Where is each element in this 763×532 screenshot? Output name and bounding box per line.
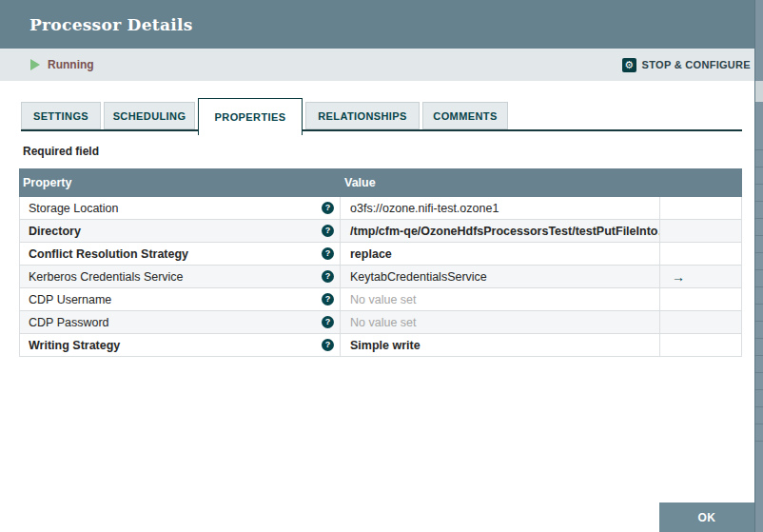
goto-cell <box>660 197 741 219</box>
tab-bar: SETTINGSSCHEDULINGPROPERTIESRELATIONSHIP… <box>21 99 742 131</box>
help-icon[interactable]: ? <box>322 202 334 214</box>
value-cell: No value set <box>341 311 660 333</box>
stop-and-configure-label: STOP & CONFIGURE <box>642 59 751 70</box>
stop-and-configure-button[interactable]: ⚙ STOP & CONFIGURE <box>622 49 751 81</box>
table-row: Conflict Resolution Strategy ? replace <box>20 243 741 266</box>
goto-cell <box>660 288 741 310</box>
goto-cell <box>660 220 741 242</box>
value-cell: No value set <box>341 288 660 310</box>
property-name: CDP Password <box>29 316 322 329</box>
ok-button[interactable]: OK <box>659 502 754 532</box>
properties-table: Property Value Storage Location ? o3fs:/… <box>19 168 742 357</box>
property-cell: CDP Username ? <box>20 288 341 310</box>
property-cell: Storage Location ? <box>20 197 341 219</box>
goto-service-arrow-icon[interactable]: → <box>672 269 685 285</box>
value-cell: o3fs://ozone.nifi-test.ozone1 <box>341 197 660 219</box>
help-icon[interactable]: ? <box>322 247 334 260</box>
value-cell: KeytabCredentialsService <box>341 266 660 287</box>
property-cell: CDP Password ? <box>20 311 341 333</box>
help-icon[interactable]: ? <box>322 293 334 305</box>
property-name: CDP Username <box>29 293 322 306</box>
value-cell: replace <box>341 243 660 265</box>
tab-scheduling[interactable]: SCHEDULING <box>104 102 195 129</box>
background-page-strip <box>754 0 763 532</box>
play-icon <box>30 59 40 70</box>
tab-label: COMMENTS <box>433 110 497 122</box>
property-cell: Writing Strategy ? <box>20 334 341 356</box>
tab-settings[interactable]: SETTINGS <box>21 102 101 129</box>
property-name: Conflict Resolution Strategy <box>29 247 322 261</box>
tab-label: PROPERTIES <box>215 111 286 123</box>
column-header-value: Value <box>341 176 742 189</box>
required-field-label: Required field <box>23 145 99 158</box>
table-row: Kerberos Credentials Service ? KeytabCre… <box>20 266 741 288</box>
goto-cell: → <box>660 266 741 287</box>
table-body: Storage Location ? o3fs://ozone.nifi-tes… <box>19 197 742 357</box>
property-name: Kerberos Credentials Service <box>29 270 322 284</box>
tab-label: SCHEDULING <box>113 110 186 122</box>
value-cell: /tmp/cfm-qe/OzoneHdfsProcessorsTest/test… <box>341 220 660 242</box>
tab-properties[interactable]: PROPERTIES <box>198 98 303 135</box>
dialog-header: Processor Details <box>0 0 754 49</box>
tab-comments[interactable]: COMMENTS <box>422 102 508 129</box>
tab-relationships[interactable]: RELATIONSHIPS <box>305 102 420 129</box>
status-label: Running <box>48 58 94 71</box>
property-cell: Conflict Resolution Strategy ? <box>20 243 341 265</box>
help-icon[interactable]: ? <box>322 225 334 237</box>
screen: Processor Details Running ⚙ STOP & CONFI… <box>0 0 763 532</box>
table-row: Writing Strategy ? Simple write <box>20 334 741 357</box>
table-row: CDP Username ? No value set <box>20 288 741 311</box>
dialog-title: Processor Details <box>29 15 193 34</box>
property-cell: Directory ? <box>20 220 341 242</box>
column-header-property: Property <box>19 176 341 189</box>
value-cell: Simple write <box>341 334 660 356</box>
status-bar: Running ⚙ STOP & CONFIGURE <box>0 49 754 81</box>
property-name: Writing Strategy <box>29 339 322 352</box>
help-icon[interactable]: ? <box>322 339 334 351</box>
help-icon[interactable]: ? <box>322 270 334 283</box>
goto-cell <box>660 334 741 356</box>
property-cell: Kerberos Credentials Service ? <box>20 266 341 287</box>
help-icon[interactable]: ? <box>322 316 334 328</box>
table-row: Storage Location ? o3fs://ozone.nifi-tes… <box>20 197 741 220</box>
table-row: Directory ? /tmp/cfm-qe/OzoneHdfsProcess… <box>20 220 741 243</box>
gear-icon: ⚙ <box>622 58 636 72</box>
table-header-row: Property Value <box>19 168 742 197</box>
property-name: Storage Location <box>29 202 322 215</box>
processor-details-dialog: Processor Details Running ⚙ STOP & CONFI… <box>0 0 754 532</box>
tab-label: RELATIONSHIPS <box>318 110 407 122</box>
goto-cell <box>660 243 741 265</box>
table-row: CDP Password ? No value set <box>20 311 741 334</box>
tab-label: SETTINGS <box>33 110 88 122</box>
property-name: Directory <box>29 225 322 238</box>
goto-cell <box>660 311 741 333</box>
